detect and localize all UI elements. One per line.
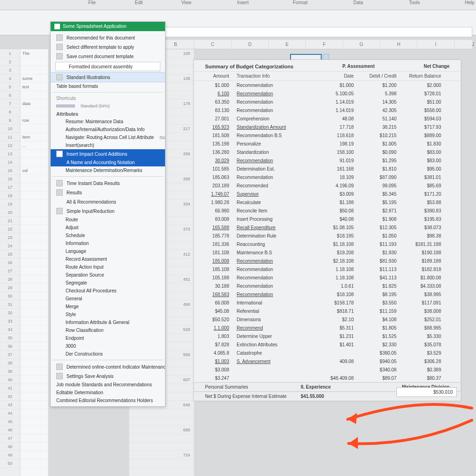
row-header[interactable]: 29 — [0, 284, 20, 292]
row-header[interactable]: 11 — [0, 133, 20, 141]
table-row[interactable]: 30.188Recommendation1.0.61$1.825$4.333.0… — [194, 282, 461, 290]
row-header[interactable]: 27 — [0, 267, 20, 275]
table-row[interactable]: 1.980.28Recalculate$1.188$5.195$53.88 — [194, 198, 461, 206]
row-header[interactable]: 48 — [0, 443, 20, 451]
column-header[interactable]: I — [417, 40, 455, 49]
table-row[interactable]: 1.749.07Supervisor$3.009$5.345$171.20 — [194, 190, 461, 198]
row-header[interactable]: 7 — [0, 99, 20, 108]
row-header[interactable]: 8 — [0, 108, 20, 116]
table-row[interactable]: 185.063Recommendation18.109$87.090$381.0… — [194, 173, 461, 181]
table-row[interactable]: 83.130Recommendation1.14.01942.305$558.0… — [194, 106, 461, 114]
row-header[interactable]: 31 — [0, 300, 20, 309]
panel-item[interactable]: Language — [51, 247, 165, 255]
table-row[interactable]: 136.280Standardization158.100$0.090$83.0… — [194, 148, 461, 156]
table-row[interactable]: 1.803Determine Upper$1.231$1.525$5.330 — [194, 332, 461, 340]
row-header[interactable]: 37 — [0, 350, 20, 359]
row-header[interactable]: 20 — [0, 208, 20, 217]
panel-item[interactable]: Endpoint — [51, 334, 165, 342]
slider-icon[interactable] — [56, 105, 75, 107]
table-row[interactable]: 30.029Recommendation91.019$1.295$83.00 — [194, 156, 461, 165]
row-header[interactable]: 14 — [0, 158, 20, 166]
table-row[interactable]: $50.520Dimensions$2.10$4.108$252.01 — [194, 315, 461, 324]
row-header[interactable]: 16 — [0, 175, 20, 183]
table-row[interactable]: 83.008Insert Processing$40.08$1.908$195.… — [194, 215, 461, 223]
row-header[interactable]: 47 — [0, 434, 20, 443]
row-header[interactable]: 33 — [0, 317, 20, 325]
row-header[interactable]: 19 — [0, 200, 20, 208]
row-header[interactable]: 6 — [0, 91, 20, 99]
row-header[interactable]: 28 — [0, 275, 20, 284]
column-header[interactable]: J — [455, 40, 476, 49]
table-row[interactable]: 66.008International$158.178$3.550$117.09… — [194, 298, 461, 307]
panel-item[interactable]: Save current document template — [51, 52, 165, 61]
panel-item[interactable]: All & Recommendations — [51, 197, 165, 206]
row-header[interactable]: 18 — [0, 192, 20, 200]
panel-item[interactable]: Merge — [51, 303, 165, 311]
row-header[interactable]: 35 — [0, 334, 20, 342]
row-header[interactable]: 44 — [0, 409, 20, 417]
row-header[interactable]: 22 — [0, 225, 20, 233]
panel-item[interactable]: Row Classification — [51, 326, 165, 334]
table-row[interactable]: 66.980Reconcile Item$50.08$2.871$390.83 — [194, 206, 461, 215]
table-row[interactable]: 181.108Maintenance B.S$19.208$1.930$190.… — [194, 248, 461, 257]
panel-item-selected-sub[interactable]: A Name and Accounting Notation — [51, 159, 165, 166]
table-row[interactable]: 165.588Recall Expenditure$1.08.105$12.30… — [194, 223, 461, 231]
row-header[interactable]: 45 — [0, 417, 20, 426]
panel-item[interactable]: Recommended for this document — [51, 33, 165, 42]
panel-item[interactable]: Settings Save Analysis — [51, 371, 165, 381]
formula-bar[interactable] — [129, 27, 472, 37]
table-row[interactable]: 181.508Recommendation B.S118.618$10.215$… — [194, 131, 461, 139]
row-header[interactable]: 24 — [0, 242, 20, 250]
row-header[interactable]: 10 — [0, 125, 20, 133]
panel-item[interactable]: Combined Editorial Recommendations Holde… — [51, 397, 165, 404]
panel-item[interactable]: Segregate — [51, 279, 165, 287]
table-row[interactable]: 101.585Determination Est.161.168$1.810$9… — [194, 165, 461, 173]
panel-item[interactable]: Maintenance Determination/Remarks — [51, 166, 165, 174]
table-row[interactable]: 6.100Recommendation5.100.055.398$728.01 — [194, 89, 461, 98]
row-header[interactable]: 13 — [0, 150, 20, 158]
column-header[interactable]: F — [306, 40, 343, 49]
panel-item-selected[interactable]: Insert Impact Count Additions — [51, 149, 165, 159]
row-header[interactable]: 23 — [0, 233, 20, 242]
row-header[interactable]: 21 — [0, 217, 20, 225]
panel-item[interactable]: Resume: Maintenance Data — [51, 118, 165, 126]
panel-item-highlighted[interactable]: Standard Illustrations — [51, 72, 165, 82]
column-header[interactable]: G — [343, 40, 380, 49]
row-header[interactable]: 1 — [0, 49, 20, 58]
row-header[interactable]: 46 — [0, 426, 20, 434]
panel-search-input[interactable]: Formatted document assembly — [55, 62, 160, 71]
table-row[interactable]: $3.247$48.409.08$89.07$80.37 — [194, 374, 461, 382]
panel-item[interactable]: Select different template to apply — [51, 42, 165, 52]
panel-item[interactable]: Checkout All Procedures — [51, 287, 165, 295]
table-row[interactable]: 168.583Recommendation$18.108$8.195$38.99… — [194, 290, 461, 298]
panel-item[interactable]: Record Assessment — [51, 255, 165, 263]
table-row[interactable]: 63.350Recommendation1.14.01914.305$51.00 — [194, 98, 461, 106]
row-header[interactable]: 32 — [0, 309, 20, 317]
table-row[interactable]: 4.085.8Catastrophe$380.05$3.529 — [194, 349, 461, 357]
panel-item[interactable]: Style — [51, 311, 165, 318]
row-header[interactable]: 41 — [0, 384, 20, 392]
table-row[interactable]: 1.1.000Recommend$5.311$1.805$88.995 — [194, 324, 461, 332]
row-header[interactable]: 2 — [0, 58, 20, 66]
panel-item[interactable]: Information Attribute & General — [51, 318, 165, 326]
row-header[interactable]: 38 — [0, 359, 20, 367]
table-row[interactable]: $45.08Referential$818.71$11.159$38.008 — [194, 307, 461, 315]
row-header[interactable]: 4 — [0, 74, 20, 83]
panel-item[interactable]: Navigate: Routing Across Cell List Attri… — [51, 133, 165, 141]
row-header[interactable]: 25 — [0, 250, 20, 258]
panel-item[interactable]: Job module Standards and Recommendations — [51, 381, 165, 389]
row-header[interactable]: 9 — [0, 116, 20, 125]
panel-item[interactable]: Route Action Input — [51, 263, 165, 271]
panel-item[interactable]: Insert(search) — [51, 141, 165, 149]
panel-item[interactable]: Der Constructions — [51, 350, 165, 358]
table-row[interactable]: $1.003S. Advancement409.08$940.05$306.28 — [194, 357, 461, 365]
panel-slider-row[interactable]: Standard (54%) — [51, 102, 165, 110]
row-header[interactable]: 5 — [0, 83, 20, 91]
panel-item[interactable]: Time Instant Data Results — [51, 178, 165, 188]
row-header[interactable]: 3 — [0, 66, 20, 74]
panel-item[interactable]: Information — [51, 239, 165, 247]
row-header[interactable]: 12 — [0, 141, 20, 150]
row-header[interactable]: 26 — [0, 258, 20, 267]
table-row[interactable]: 135.198Personalize198.19$1.005$1.830 — [194, 139, 461, 148]
table-row[interactable]: 185.008Recommendation$2.18.108$81.930$18… — [194, 257, 461, 265]
